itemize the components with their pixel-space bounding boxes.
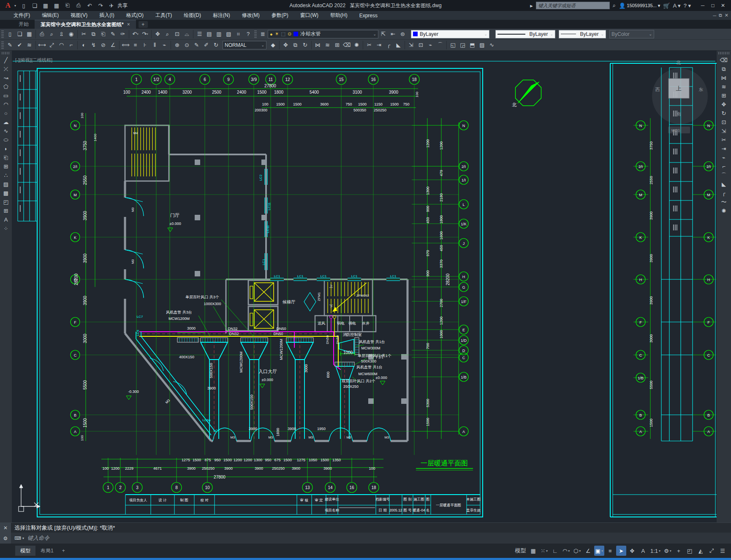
isolate-objects-icon[interactable]: ◰ (685, 546, 695, 556)
zoom-previous-icon[interactable]: ⌓ (182, 30, 192, 39)
chevron-down-icon[interactable]: ⌄ (550, 32, 553, 36)
ortho-mode-icon[interactable]: ∟ (550, 546, 560, 556)
fillet-icon[interactable]: ╭ (384, 41, 394, 50)
etransmit-icon[interactable]: ◉ (66, 30, 76, 39)
help-icon[interactable]: ? (243, 30, 253, 39)
trim-icon[interactable]: ✂ (364, 41, 374, 50)
dim-continue-icon[interactable]: ⊦ (140, 41, 150, 50)
quick-dim-icon[interactable]: ⟺ (121, 41, 130, 50)
app-store-cart-icon[interactable]: 🛒 (663, 3, 670, 9)
command-input-line[interactable]: ⌨▾ 键入命令 (0, 533, 731, 544)
lineweight-combo[interactable]: ByLayer ⌄ (559, 30, 606, 38)
copy-icon[interactable]: ⧉ (717, 65, 731, 73)
dim-arc-icon[interactable]: ◠ (57, 41, 66, 50)
graphics-performance-icon[interactable]: ◭ (696, 546, 706, 556)
tool-palettes-icon[interactable]: ▥ (214, 30, 224, 39)
gradient-icon[interactable]: ▩ (0, 189, 12, 197)
chevron-down-icon[interactable]: ⌄ (261, 43, 264, 47)
explode-icon[interactable]: ✺ (352, 41, 361, 50)
array-icon[interactable]: ⊞ (332, 41, 342, 50)
center-mark-icon[interactable]: ⊙ (182, 41, 192, 50)
dim-aligned-icon[interactable]: ⤢ (47, 41, 57, 50)
annotation-monitor-icon[interactable]: + (674, 546, 684, 556)
minimize-button[interactable]: ─ (698, 3, 707, 8)
toolbar-grip[interactable] (254, 30, 257, 38)
isometric-drafting-icon[interactable]: ⬡▾ (572, 546, 582, 556)
move-icon[interactable]: ✥ (717, 100, 731, 109)
open-icon[interactable]: ❏ (15, 30, 24, 39)
new-tab-button[interactable]: + (139, 21, 148, 28)
copy-clip-icon[interactable]: ⧉ (89, 30, 98, 39)
open-file-icon[interactable]: ❏ (30, 1, 40, 10)
line-icon[interactable]: ╱ (0, 56, 12, 65)
extend-icon[interactable]: ⇥ (717, 144, 731, 153)
scale-icon[interactable]: ⊡ (416, 41, 426, 50)
layer-lock-icon[interactable]: ⊙ (288, 31, 291, 37)
stretch-icon[interactable]: ⇲ (406, 41, 416, 50)
properties-icon[interactable]: ☰ (195, 30, 204, 39)
doc-restore-button[interactable]: ⧉ (719, 13, 722, 18)
make-block-icon[interactable]: ⊞ (0, 162, 12, 171)
menu-item-9[interactable]: 参数(P) (266, 11, 294, 20)
menu-item-2[interactable]: 视图(V) (65, 11, 93, 20)
zoom-window-icon[interactable]: ⊡ (172, 30, 182, 39)
plot-icon[interactable]: ⎙ (37, 30, 47, 39)
command-close-icon[interactable]: ✕ (3, 525, 8, 531)
ellipse-arc-icon[interactable]: ◗ (0, 144, 12, 153)
hatch-icon[interactable]: ▨ (0, 180, 12, 189)
break-icon[interactable]: ⌐ (717, 162, 731, 171)
table-icon[interactable]: ⊞ (0, 206, 12, 215)
plot-preview-icon[interactable]: ⌕ (47, 30, 57, 39)
new-layout-button[interactable]: + (59, 548, 68, 554)
dim-update-icon[interactable]: ↻ (211, 41, 221, 50)
fillet-icon[interactable]: ╭ (717, 189, 731, 197)
snap-mode-icon[interactable]: ⁙▾ (539, 546, 549, 556)
menu-item-11[interactable]: 帮助(H) (324, 11, 353, 20)
object-snap-icon[interactable]: ▣▾ (594, 546, 604, 556)
dim-edit-icon[interactable]: ✎ (192, 41, 201, 50)
toolbar-grip[interactable] (2, 52, 10, 54)
tab-document[interactable]: 某宾馆中央空调和卫生热水全套图纸*× (35, 20, 136, 29)
move-icon[interactable]: ✥ (281, 41, 291, 50)
menu-item-12[interactable]: Express (353, 11, 383, 20)
match-properties-icon[interactable]: ✎ (108, 30, 118, 39)
markup-import-icon[interactable]: ✑ (118, 30, 128, 39)
lineweight-icon[interactable]: ≡ (605, 546, 615, 556)
cut-icon[interactable]: ✂ (79, 30, 89, 39)
command-wrench-icon[interactable]: ⚙ (3, 536, 8, 541)
chevron-down-icon[interactable]: ⌄ (373, 32, 376, 36)
dim-text-edit-icon[interactable]: ✐ (201, 41, 211, 50)
ungroup-icon[interactable]: ◲ (458, 41, 467, 50)
redo-icon[interactable]: ↷ (95, 1, 106, 10)
polygon-icon[interactable]: ⬠ (0, 82, 12, 91)
group-icon[interactable]: ◱ (448, 41, 458, 50)
share-button[interactable]: 共享 (117, 2, 128, 9)
toolbar-grip[interactable] (1, 41, 4, 49)
polyline-edit-icon[interactable]: ∿ (487, 41, 497, 50)
dim-diameter-icon[interactable]: ⊘ (98, 41, 108, 50)
undo-dd-icon[interactable]: ↶ ▾ (130, 30, 140, 39)
blend-icon[interactable]: 〜 (717, 197, 731, 206)
xline-icon[interactable]: ⤫ (0, 65, 12, 73)
chamfer-icon[interactable]: ◣ (717, 180, 731, 189)
doc-close-button[interactable]: ✕ (725, 13, 728, 18)
dim-baseline-icon[interactable]: ≡ (130, 41, 140, 50)
mirror-icon[interactable]: ⋈ (717, 73, 731, 82)
spline-icon[interactable]: ∿ (0, 127, 12, 135)
model-space-button[interactable]: 模型 (514, 546, 527, 556)
menu-item-7[interactable]: 标注(N) (207, 11, 236, 20)
autodesk-apps-icon[interactable]: A ▾ (673, 3, 681, 9)
ellipse-icon[interactable]: ⬭ (0, 135, 12, 144)
close-button[interactable]: ✕ (718, 3, 728, 8)
paste-icon[interactable]: ⎗ (98, 30, 108, 39)
mirror-icon[interactable]: ⋈ (313, 41, 323, 50)
explode-icon[interactable]: ✺ (717, 206, 731, 215)
logo-chevron-icon[interactable]: ▾ (14, 4, 16, 8)
calculator-icon[interactable]: ⌗ (234, 30, 243, 39)
dim-style-icon[interactable]: ◆ (268, 41, 278, 50)
pan-icon[interactable]: ✥ (153, 30, 163, 39)
annotation-visibility-icon[interactable]: A (638, 546, 648, 556)
grid-display-icon[interactable]: ▦ (528, 546, 538, 556)
join-icon[interactable]: ⌒ (717, 171, 731, 180)
point-style-icon[interactable]: ⁘ (0, 224, 12, 233)
